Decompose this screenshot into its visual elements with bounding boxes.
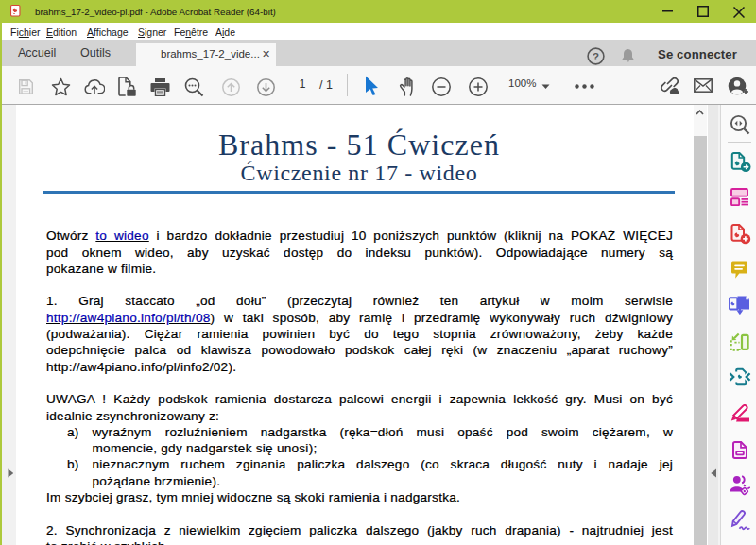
svg-text:?: ? (593, 51, 599, 62)
